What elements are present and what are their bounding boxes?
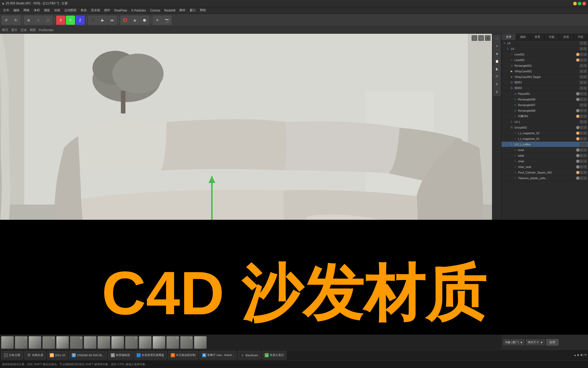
- menu-item-流水线[interactable]: 流水线: [89, 8, 102, 13]
- material-thumbnail[interactable]: [56, 336, 69, 349]
- rpanel-tab-文件[interactable]: 文件: [501, 34, 516, 40]
- material-thumbnail[interactable]: [194, 336, 207, 349]
- object-list-item[interactable]: G组002●●: [501, 85, 588, 91]
- menu-item-X-Particles[interactable]: X-Particles: [129, 8, 148, 13]
- object-list-item[interactable]: ○table●●: [501, 153, 588, 158]
- object-list-item[interactable]: ~Line001●●: [501, 52, 588, 57]
- object-list-item[interactable]: □Rectangle007●●: [501, 102, 588, 108]
- viewport-zoom-icon[interactable]: ⤢: [478, 35, 484, 41]
- material-thumbnail[interactable]: [125, 336, 138, 349]
- taskbar-item-有道云笔记[interactable]: ☁有道云笔记: [262, 351, 287, 360]
- mode-item-ProRender[interactable]: ProRender: [39, 28, 54, 32]
- transform-z-button[interactable]: Z: [76, 16, 85, 25]
- side-icon-take[interactable]: 📋: [493, 58, 500, 65]
- side-icon-objects[interactable]: ⬛: [493, 35, 500, 42]
- object-list-item[interactable]: LL0 l_t_coffee●●: [501, 142, 588, 147]
- material-thumbnail[interactable]: [97, 336, 110, 349]
- menu-item-运动图形[interactable]: 运动图形: [62, 8, 79, 13]
- menu-item-动画[interactable]: 动画: [52, 8, 62, 13]
- rpanel-tab-编辑[interactable]: 编辑: [516, 34, 531, 40]
- menu-item-窗口[interactable]: 窗口: [188, 8, 198, 13]
- material-thumbnail[interactable]: [111, 336, 124, 349]
- side-icon-layer[interactable]: ◧: [493, 65, 500, 73]
- apply-button[interactable]: 应用: [546, 339, 558, 346]
- menu-item-捕捉[interactable]: 捕捉: [42, 8, 52, 13]
- play-button[interactable]: ⬛: [88, 16, 97, 25]
- menu-item-脚本[interactable]: 脚本: [177, 8, 188, 13]
- viewport-move-icon[interactable]: ↔: [472, 35, 477, 41]
- render-region-button[interactable]: ⭕: [120, 16, 130, 25]
- size-dropdown[interactable]: 绝对尺寸 ▼: [526, 339, 545, 345]
- taskbar-item-客餐厅.max-autod...[interactable]: 🏠客餐厅.max - Autod...: [199, 351, 237, 360]
- material-thumbnail[interactable]: [139, 336, 152, 349]
- redo-button[interactable]: ↻: [11, 16, 20, 25]
- side-icon-materials[interactable]: ◈: [493, 50, 500, 57]
- side-icon-timeline[interactable]: ⏱: [493, 73, 500, 80]
- transform-x-button[interactable]: X: [56, 16, 65, 25]
- material-thumbnail[interactable]: [166, 336, 179, 349]
- rpanel-tab-书签[interactable]: 书签: [574, 34, 588, 40]
- skip-button[interactable]: ⏭: [108, 16, 117, 25]
- box-button[interactable]: □: [43, 16, 53, 25]
- mode-item-视图[interactable]: 视图: [30, 28, 36, 32]
- side-icon-xpresso[interactable]: X: [493, 81, 500, 88]
- material-thumbnail[interactable]: [29, 336, 41, 349]
- object-list-item[interactable]: ○Titanium_plastic_sofa...●●: [501, 175, 588, 181]
- object-list-item[interactable]: LL0 1●●: [501, 119, 588, 125]
- object-list-item[interactable]: ○Pouf_Cylinder_3types_002●●: [501, 170, 588, 175]
- object-list-item[interactable]: G组001●●: [501, 80, 588, 85]
- mode-item-过滤[interactable]: 过滤: [20, 28, 27, 32]
- object-list-item[interactable]: LL0●●: [501, 40, 588, 46]
- taskbar-item-动画合成[interactable]: 🎬动画合成: [24, 351, 46, 360]
- object-list-item[interactable]: GGroup002●●: [501, 125, 588, 130]
- viewport-camera-icon[interactable]: 🎥: [485, 35, 491, 41]
- object-list-item[interactable]: ○对象001●●: [501, 113, 588, 119]
- sphere-button[interactable]: ○: [34, 16, 43, 25]
- transform-y-button[interactable]: Y: [66, 16, 75, 25]
- object-list-item[interactable]: ▶VRayCam001●●: [501, 68, 588, 74]
- taskbar-item-材质编辑器[interactable]: ◈材质编辑器: [108, 351, 133, 360]
- menu-item-Redshift[interactable]: Redshift: [162, 8, 177, 13]
- material-thumbnail[interactable]: [70, 336, 83, 349]
- menu-item-插件[interactable]: 插件: [102, 8, 112, 13]
- menu-item-帮助[interactable]: 帮助: [198, 8, 208, 13]
- material-thumbnail[interactable]: [42, 336, 55, 349]
- new-object-button[interactable]: ⊕: [24, 16, 33, 25]
- camera-button[interactable]: 📷: [162, 16, 172, 25]
- taskbar-item-向日葵远程控制[interactable]: 🖥向日葵远程控制: [168, 351, 198, 360]
- object-list-item[interactable]: ○l_t_magazine_01●●: [501, 136, 588, 142]
- material-thumbnail[interactable]: [15, 336, 28, 349]
- object-list-item[interactable]: ~Line002●●: [501, 57, 588, 63]
- camera-dropdown[interactable]: 对象 (视广) ▼: [503, 339, 524, 345]
- mode-item-模式[interactable]: 模式: [2, 28, 8, 32]
- object-list-item[interactable]: LL0●●: [501, 46, 588, 52]
- taskbar-item-欢迎使用百度网盘[interactable]: 🌐欢迎使用百度网盘: [134, 351, 167, 360]
- material-thumbnail[interactable]: [1, 336, 14, 349]
- side-icon-script[interactable]: S: [493, 88, 500, 96]
- taskbar-item-2021-10[interactable]: 📁2021-10: [47, 351, 68, 360]
- object-list-item[interactable]: ○l_t_magazine_02●●: [501, 130, 588, 136]
- object-list-item[interactable]: □Rectangle001●●: [501, 63, 588, 68]
- render-preview-button[interactable]: ⬢: [140, 16, 149, 25]
- taskbar-item-沙发点图[interactable]: ⬛沙发点图: [1, 351, 23, 360]
- taskbar-item-cinema4dr20.05...[interactable]: 🎨CINEMA 4D R20.05...: [69, 351, 107, 360]
- mode-item-显示[interactable]: 显示: [11, 28, 17, 32]
- rpanel-tab-标签[interactable]: 标签: [559, 34, 574, 40]
- menu-item-文件[interactable]: 文件: [1, 8, 11, 13]
- menu-item-Corona[interactable]: Corona: [148, 8, 162, 13]
- menu-item-RealFlow[interactable]: RealFlow: [112, 8, 129, 13]
- undo-button[interactable]: ↺: [2, 16, 11, 25]
- taskbar-item-bandicam[interactable]: 🎥Bandicam: [238, 351, 261, 360]
- rpanel-tab-查看[interactable]: 查看: [530, 34, 545, 40]
- render-button[interactable]: ◈: [130, 16, 139, 25]
- object-list-item[interactable]: ○chair●●: [501, 158, 588, 164]
- object-list-item[interactable]: ○bowl●●: [501, 147, 588, 153]
- material-thumbnail[interactable]: [153, 336, 165, 349]
- side-icon-structure[interactable]: ≡: [493, 42, 500, 50]
- play-full-button[interactable]: ▶: [98, 16, 107, 25]
- material-thumbnail[interactable]: [84, 336, 96, 349]
- material-thumbnail[interactable]: [180, 336, 193, 349]
- close-button[interactable]: [582, 2, 586, 5]
- object-list-item[interactable]: □Rectangle008●●: [501, 108, 588, 113]
- menu-item-编辑[interactable]: 编辑: [11, 8, 21, 13]
